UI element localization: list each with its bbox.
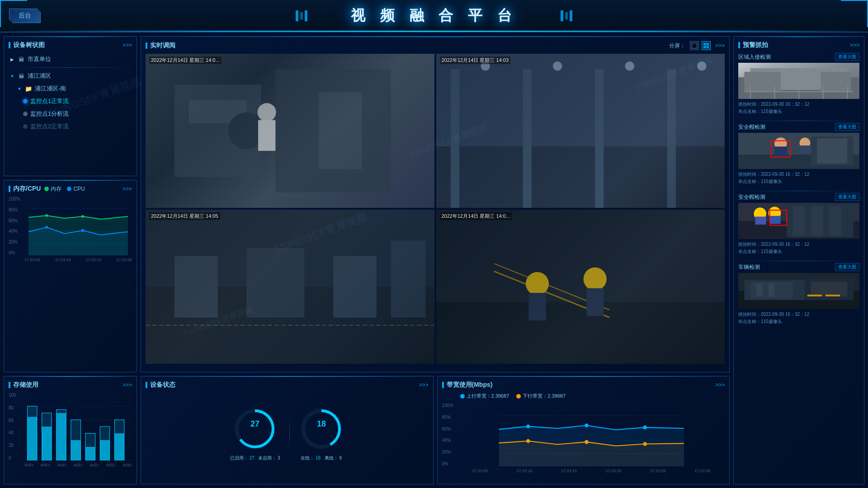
- view-btn-4[interactable]: 查看大图: [835, 263, 859, 271]
- tree-item-shizhi[interactable]: ▶ 🏛 市直单位: [9, 53, 132, 66]
- video-timestamp-4: 2022年12月14日 星期三 14:0...: [440, 212, 512, 220]
- video-cell-3[interactable]: 2022年12月14日 星期三 14:05: [146, 210, 434, 364]
- svg-rect-119: [770, 216, 781, 224]
- svg-rect-40: [319, 92, 362, 169]
- svg-point-9: [81, 215, 84, 218]
- cpu-more[interactable]: >>>: [123, 186, 132, 192]
- y-axis-cpu: 100% 80% 60% 40% 20% 0%: [9, 197, 24, 255]
- upload-dot: [460, 394, 465, 399]
- center-column: 实时调阅 分屏：: [141, 36, 730, 484]
- view-btn-1[interactable]: 查看大图: [835, 53, 859, 61]
- alert-divider-1: [738, 121, 859, 121]
- device-status-more[interactable]: >>>: [419, 382, 428, 388]
- realtime-header: 实时调阅 分屏：: [146, 41, 725, 50]
- svg-rect-48: [595, 69, 604, 208]
- svg-rect-27: [85, 447, 95, 460]
- legend-cpu: CPU: [67, 185, 85, 193]
- storage-title: 存储使用: [9, 381, 38, 389]
- alert-section-4: 车辆检测 查看大图: [738, 263, 859, 325]
- svg-rect-19: [28, 417, 37, 460]
- svg-rect-61: [436, 302, 725, 364]
- tree-item-pujiang-south[interactable]: ▼ 📁 浦江浦区-南: [9, 82, 132, 95]
- deco-bar-1: [296, 10, 298, 21]
- donut-chart-online: 18: [299, 406, 344, 451]
- svg-rect-21: [42, 427, 52, 460]
- svg-rect-29: [100, 440, 109, 460]
- alert-thumb-4: [738, 273, 859, 309]
- svg-marker-84: [499, 441, 684, 466]
- cpu-memory-title: 内存/CPU: [9, 185, 41, 193]
- svg-rect-62: [436, 210, 725, 302]
- svg-point-89: [585, 440, 589, 444]
- storage-chart: 100 80 60 40 20 0: [9, 393, 132, 469]
- district-icon: 📁: [25, 85, 32, 92]
- x-axis-storage: 内存1 内存1 内存1 内存1 内存1 内存1 内存1: [24, 460, 132, 469]
- svg-rect-128: [811, 282, 847, 296]
- svg-rect-129: [807, 295, 822, 296]
- storage-panel: 存储使用 >>> 100 80 60 40 20 0: [4, 376, 137, 484]
- svg-point-75: [301, 408, 342, 450]
- view-btn-2[interactable]: 查看大图: [835, 123, 859, 131]
- split-1x1[interactable]: [690, 41, 699, 50]
- bottom-center: 设备状态 >>> 27: [141, 376, 730, 484]
- svg-rect-44: [436, 146, 725, 208]
- svg-rect-126: [756, 284, 762, 296]
- realtime-more[interactable]: >>>: [715, 42, 725, 49]
- x-axis-cpu: 17:23:05 17:23:10 17:23:15 17:23:20: [24, 255, 132, 264]
- device-status-title: 设备状态: [146, 381, 175, 389]
- video-timestamp-2: 2022年12月14日 星期三 14:03: [440, 56, 511, 64]
- donut-online: 18 在线： 18 离线： 9: [299, 406, 344, 461]
- view-btn-3[interactable]: 查看大图: [835, 193, 859, 201]
- alert-thumb-3: [738, 203, 859, 239]
- svg-point-8: [45, 214, 48, 217]
- tree-item-pujiang[interactable]: ▼ 🏛 浦江浦区: [9, 70, 132, 82]
- bandwidth-panel: 带宽使用(Mbps) >>> 上行带宽：2.39687 下行带宽：2.39687: [437, 376, 730, 484]
- alert-thumb-2: [738, 133, 859, 169]
- legend-memory: 内存: [44, 185, 61, 193]
- bandwidth-chart: 100% 80% 60% 40% 20% 0%: [442, 403, 725, 475]
- svg-rect-34: [706, 43, 709, 46]
- video-cell-2[interactable]: 2022年12月14日 星期三 14:03: [436, 54, 725, 208]
- svg-point-53: [697, 61, 706, 70]
- y-axis-storage: 100 80 60 40 20 0: [9, 393, 24, 460]
- header-deco-right: [561, 10, 572, 21]
- svg-point-11: [81, 229, 84, 232]
- svg-rect-35: [703, 46, 706, 49]
- svg-rect-106: [774, 146, 787, 155]
- svg-rect-49: [667, 69, 675, 208]
- svg-rect-25: [71, 440, 80, 460]
- alert-info-3: 抓拍时间：2022-09-30 16：32：12 布点名称：115摄像头: [738, 241, 859, 255]
- bandwidth-more[interactable]: >>>: [715, 382, 725, 388]
- device-tree-more[interactable]: >>>: [123, 42, 132, 48]
- status-dot-gray-2: [23, 124, 28, 129]
- svg-rect-113: [793, 206, 805, 235]
- alert-info-1: 抓拍时间：2022-09-30 16：32：12 布点名称：115摄像头: [738, 101, 859, 115]
- storage-more[interactable]: >>>: [123, 382, 132, 388]
- cpu-legend-dot: [67, 187, 71, 191]
- svg-rect-32: [692, 43, 697, 48]
- alert-more[interactable]: >>>: [850, 42, 859, 48]
- split-2x2[interactable]: [702, 41, 711, 50]
- download-legend: 下行带宽：2.39687: [516, 393, 566, 399]
- alert-section-title-3: 安全帽检测 查看大图: [738, 193, 859, 201]
- svg-rect-109: [800, 145, 811, 154]
- svg-rect-33: [703, 43, 706, 46]
- deco-bar-3: [305, 10, 307, 21]
- alert-title: 预警抓拍: [738, 41, 768, 49]
- video-cell-4[interactable]: 2022年12月14日 星期三 14:0...: [436, 210, 725, 364]
- svg-point-88: [526, 439, 530, 443]
- tree-item-monitor1-analysis[interactable]: 监控点1分析流: [9, 108, 132, 120]
- device-status-panel: 设备状态 >>> 27: [141, 376, 434, 484]
- svg-rect-43: [258, 120, 275, 151]
- alert-section-2: 安全帽检测 查看大图: [738, 123, 859, 185]
- tree-item-monitor1-normal[interactable]: 监控点1正常流: [9, 95, 132, 108]
- svg-point-86: [585, 423, 589, 427]
- donut-divider: [289, 416, 290, 452]
- divider-1: [9, 67, 132, 68]
- tree-item-monitor2-normal[interactable]: 监控点2正常流: [9, 120, 132, 133]
- bandwidth-chart-area: [458, 403, 725, 466]
- back-button[interactable]: 后台: [9, 9, 41, 23]
- video-cell-1[interactable]: 2022年12月14日 星期三 14:0...: [146, 54, 434, 208]
- memory-legend-dot: [44, 187, 49, 191]
- video-grid: 2022年12月14日 星期三 14:0...: [146, 54, 725, 364]
